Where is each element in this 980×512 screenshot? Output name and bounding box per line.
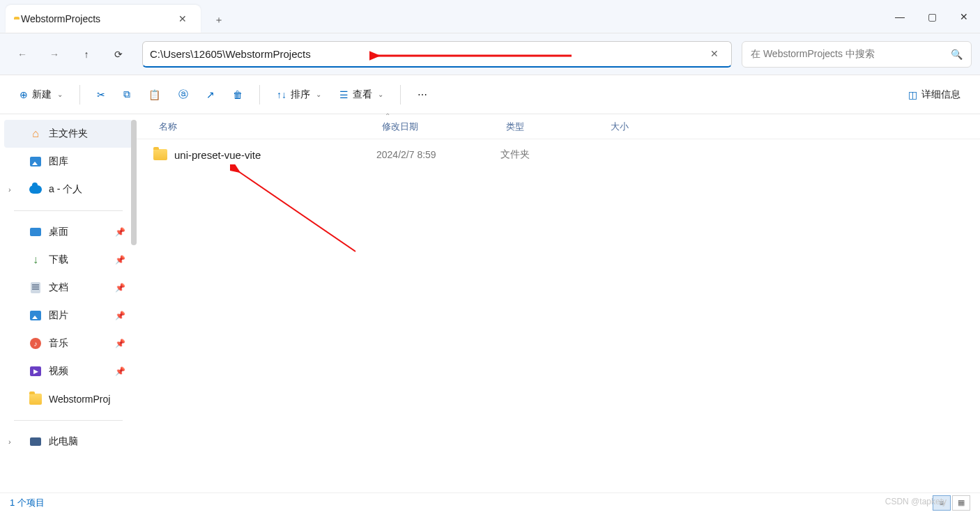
close-window-button[interactable]: ✕ <box>948 0 980 33</box>
chevron-down-icon: ⌄ <box>57 91 63 98</box>
sidebar-item-label: WebstormProj <box>49 394 110 405</box>
ellipsis-icon: ⋯ <box>418 89 427 100</box>
sidebar-item-pictures[interactable]: 图片 📌 <box>4 302 132 329</box>
share-button[interactable]: ↗ <box>199 82 222 107</box>
scissors-icon: ✂ <box>97 89 105 100</box>
col-size[interactable]: 大小 <box>605 121 696 133</box>
pin-icon[interactable]: 📌 <box>115 227 125 237</box>
sidebar-item-documents[interactable]: 文档 📌 <box>4 274 132 302</box>
copy-button[interactable]: ⧉ <box>116 82 137 107</box>
desktop-icon <box>29 226 42 238</box>
cut-button[interactable]: ✂ <box>90 82 112 107</box>
maximize-button[interactable]: ▢ <box>916 0 948 33</box>
search-box[interactable]: 在 WebstormProjects 中搜索 🔍 <box>742 41 972 68</box>
details-label: 详细信息 <box>921 88 960 101</box>
refresh-button[interactable]: ⟳ <box>105 40 132 68</box>
pin-icon[interactable]: 📌 <box>115 366 125 376</box>
item-count: 1 个项目 <box>10 497 45 509</box>
folder-icon <box>153 149 167 160</box>
col-name-label: 名称 <box>159 121 177 132</box>
download-icon: ↓ <box>29 254 42 266</box>
new-label: 新建 <box>32 88 52 101</box>
sidebar-item-home[interactable]: ⌂ 主文件夹 <box>4 120 132 148</box>
column-headers: 名称 ⌃ 修改日期 类型 大小 <box>137 114 980 139</box>
address-input[interactable] <box>150 48 705 60</box>
sidebar-scrollbar[interactable] <box>131 120 137 245</box>
sidebar-item-label: 主文件夹 <box>49 127 88 140</box>
chevron-down-icon: ⌄ <box>378 91 383 98</box>
pin-icon[interactable]: 📌 <box>115 311 125 320</box>
sidebar-item-label: 图片 <box>49 309 68 322</box>
view-button[interactable]: ☰ 查看 ⌄ <box>332 82 390 107</box>
details-icon: ◫ <box>908 89 917 100</box>
forward-button[interactable]: → <box>40 40 68 68</box>
col-date[interactable]: 修改日期 <box>376 121 500 133</box>
pin-icon[interactable]: 📌 <box>115 255 125 265</box>
chevron-right-icon[interactable]: › <box>8 437 11 446</box>
file-type: 文件夹 <box>500 148 605 161</box>
new-tab-button[interactable]: ＋ <box>206 8 231 33</box>
table-row[interactable]: uni-preset-vue-vite2024/2/7 8:59文件夹 <box>137 139 980 170</box>
sort-icon: ↑↓ <box>277 89 286 100</box>
sidebar-item-onedrive[interactable]: › a - 个人 <box>4 176 132 203</box>
trash-icon: 🗑 <box>233 89 243 100</box>
sidebar-item-desktop[interactable]: 桌面 📌 <box>4 218 132 246</box>
search-icon: 🔍 <box>951 49 963 60</box>
delete-button[interactable]: 🗑 <box>226 82 250 107</box>
tab-title: WebstormProjects <box>21 13 100 24</box>
separator <box>400 85 401 104</box>
video-icon: ▶ <box>29 365 42 378</box>
address-bar[interactable]: ✕ <box>142 41 732 68</box>
separator <box>14 420 123 421</box>
col-type[interactable]: 类型 <box>500 121 605 133</box>
pc-icon <box>29 435 42 448</box>
sidebar-item-label: 音乐 <box>49 337 68 350</box>
new-button[interactable]: ⊕ 新建 ⌄ <box>13 82 70 107</box>
sidebar-item-videos[interactable]: ▶ 视频 📌 <box>4 357 132 385</box>
sidebar-item-thispc[interactable]: › 此电脑 <box>4 428 132 456</box>
sidebar-item-music[interactable]: ♪ 音乐 📌 <box>4 329 132 357</box>
sidebar-item-gallery[interactable]: 图库 <box>4 148 132 176</box>
clear-address-icon[interactable]: ✕ <box>705 44 724 63</box>
col-name[interactable]: 名称 ⌃ <box>153 121 376 133</box>
tab-current[interactable]: WebstormProjects ✕ <box>6 5 201 33</box>
sidebar-item-label: 图库 <box>49 155 68 168</box>
separator <box>79 85 80 104</box>
up-button[interactable]: ↑ <box>72 40 100 68</box>
sidebar: ⌂ 主文件夹 图库 › a - 个人 桌面 📌 ↓ 下载 📌 文档 📌 <box>0 114 137 492</box>
separator <box>14 210 123 211</box>
back-button[interactable]: ← <box>8 40 36 68</box>
sidebar-item-webstormprojects[interactable]: WebstormProj <box>4 385 132 413</box>
sidebar-item-label: 桌面 <box>49 226 68 238</box>
more-button[interactable]: ⋯ <box>411 82 434 107</box>
tab-close-icon[interactable]: ✕ <box>173 9 192 29</box>
paste-button[interactable]: 📋 <box>141 82 167 107</box>
minimize-button[interactable]: — <box>884 0 916 33</box>
file-list: 名称 ⌃ 修改日期 类型 大小 uni-preset-vue-vite2024/… <box>137 114 980 492</box>
file-date: 2024/2/7 8:59 <box>376 149 500 160</box>
sort-button[interactable]: ↑↓ 排序 ⌄ <box>270 82 328 107</box>
sidebar-item-label: 视频 <box>49 365 68 378</box>
clipboard-icon: 📋 <box>148 89 160 100</box>
share-icon: ↗ <box>206 89 215 100</box>
chevron-down-icon: ⌄ <box>316 91 321 98</box>
pin-icon[interactable]: 📌 <box>115 283 125 293</box>
cloud-icon <box>29 183 42 196</box>
pin-icon[interactable]: 📌 <box>115 339 125 348</box>
grid-view-button[interactable]: ▦ <box>952 495 970 511</box>
chevron-right-icon[interactable]: › <box>8 185 11 194</box>
search-placeholder: 在 WebstormProjects 中搜索 <box>751 48 875 61</box>
watermark: CSDN @tapkety <box>885 497 947 506</box>
status-bar: 1 个项目 ≡ ▦ <box>0 492 980 512</box>
music-icon: ♪ <box>29 337 42 350</box>
toolbar: ⊕ 新建 ⌄ ✂ ⧉ 📋 ⓐ ↗ 🗑 ↑↓ 排序 ⌄ ☰ 查看 ⌄ ⋯ ◫ 详细… <box>0 75 980 114</box>
rename-button[interactable]: ⓐ <box>171 82 195 107</box>
file-name: uni-preset-vue-vite <box>174 149 261 161</box>
folder-icon <box>29 393 42 405</box>
window-controls: — ▢ ✕ <box>884 0 980 33</box>
separator <box>259 85 260 104</box>
sort-label: 排序 <box>291 88 310 101</box>
sidebar-item-label: 下载 <box>49 254 68 266</box>
details-pane-button[interactable]: ◫ 详细信息 <box>901 82 967 107</box>
sidebar-item-downloads[interactable]: ↓ 下载 📌 <box>4 246 132 274</box>
